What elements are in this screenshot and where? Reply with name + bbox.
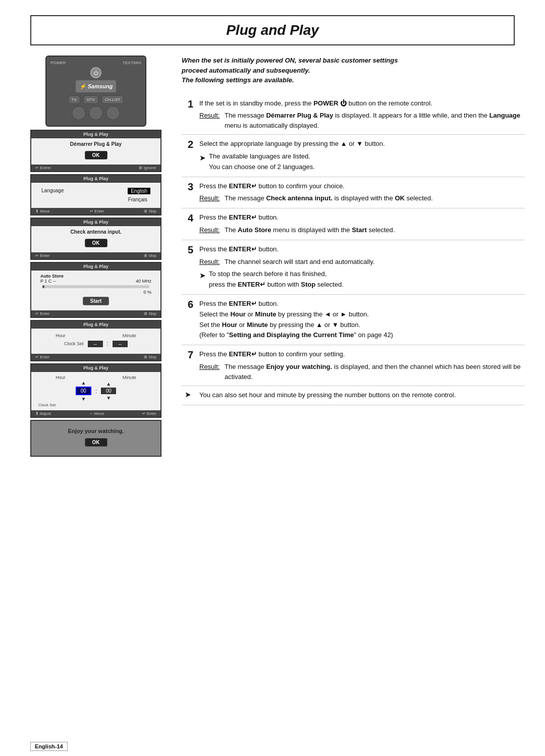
step-num-1: 1 [182,94,196,135]
screen-panel-4: Plug & Play Auto Store P 1 C -- 40 MHz [30,262,161,318]
clock-minute-5: -- [113,341,128,347]
step4-result: Result: The Auto Store menu is displayed… [199,225,522,236]
brand-logo: ⚡ Samsung [76,80,116,92]
screen6-footer-left: ⬆ Adjust [35,411,51,416]
step-content-2: Select the appropriate language by press… [196,135,525,177]
final-note-row: ➤ You can also set hour and minute by pr… [182,386,525,405]
step5-result: Result: The channel search will start an… [199,257,522,267]
step-row-7: 7 Press the ENTER↵ button to confirm you… [182,345,525,386]
screen2-footer-left: ⬆ Move [35,209,50,213]
step-content-5: Press the ENTER↵ button. Result: The cha… [196,240,525,294]
clock6-display-row: ▲ 00 ▼ : ▲ 00 ▼ [76,380,116,402]
progress-bar [42,285,149,288]
step5-arrow-text: To stop the search before it has finishe… [209,269,344,290]
step4-result-text: The Auto Store menu is displayed with th… [225,225,395,236]
tv-button[interactable]: TV [68,95,80,104]
intro-line3: The following settings are available. [182,76,294,84]
step7-result-text: The message Enjoy your watching. is disp… [225,362,522,382]
right-column: When the set is initially powered ON, se… [182,56,525,459]
remote-diagram: POWER TEXT/MIX ⏻ ⚡ Samsung TV DTV CH.LIS… [45,56,146,127]
power-label: POWER [50,61,66,65]
dtv-button[interactable]: DTV [83,95,98,104]
screen7-ok-btn[interactable]: OK [85,438,107,447]
screen6-footer-right: ↵ Enter [142,411,156,416]
screen-header-5: Plug & Play [31,321,160,329]
screen-body-1: Démarrer Plug & Play OK [31,138,160,165]
clock6-clock-label: Clock Set [36,403,56,407]
screen1-ok-btn[interactable]: OK [85,151,107,159]
screen-body-5: Hour Minute Clock Set -- : -- [31,329,160,354]
screen4-footer-right: ⊞ Skip [144,311,156,316]
left-column: POWER TEXT/MIX ⏻ ⚡ Samsung TV DTV CH.LIS… [20,56,172,459]
intro-line2: proceed automatically and subsequently. [182,67,310,74]
step4-result-label: Result: [199,225,222,236]
screen2-footer: ⬆ Move ↵ Enter ⊞ Skip [31,208,160,214]
step1-result-label: Result: [199,111,222,130]
textmix-label: TEXT/MIX [123,61,141,65]
step-num-3: 3 [182,177,196,208]
step6-instruction: Press the ENTER↵ button. Select the Hour… [199,299,522,341]
screen2-footer-mid: ↵ Enter [90,209,104,213]
clock6-minute: 00 [101,388,116,394]
step-num-6: 6 [182,295,196,345]
title-bar: Plug and Play [30,15,515,45]
page: Plug and Play POWER TEXT/MIX ⏻ ⚡ Samsung… [0,0,545,756]
nav-btn-right[interactable] [106,106,120,120]
nav-btn-mid[interactable] [89,106,103,120]
lang-english: English [128,188,150,194]
step1-result-text: The message Démarrer Plug & Play is disp… [225,111,522,130]
step4-instruction: Press the ENTER↵ button. [199,212,522,223]
arrow-icon-2: ➤ [199,152,206,173]
screen-header-4: Plug & Play [31,263,160,271]
step-content-3: Press the ENTER↵ button to confirm your … [196,177,525,208]
screen3-footer-right: ⊞ Skip [144,253,156,258]
step-content-7: Press the ENTER↵ button to confirm your … [196,345,525,386]
step2-instruction: Select the appropriate language by press… [199,139,522,149]
step-row-4: 4 Press the ENTER↵ button. Result: The A… [182,208,525,240]
step-num-5: 5 [182,240,196,294]
screen6-footer-mid: ↔ Move [89,411,104,416]
step5-instruction: Press the ENTER↵ button. [199,244,522,255]
step3-result: Result: The message Check antenna input.… [199,193,522,204]
screen-body-6: Hour Minute ▲ 00 ▼ : ▲ 00 [31,372,160,410]
lang-label: Language [41,188,64,194]
nav-btn-left[interactable] [72,106,86,120]
auto-store-percent-row: 0 % [36,290,155,295]
start-button[interactable]: Start [83,297,110,305]
step1-result: Result: The message Démarrer Plug & Play… [199,111,522,130]
screen3-ok-btn[interactable]: OK [85,239,107,247]
screen5-footer-right: ⊞ Skip [144,355,156,359]
step2-arrow-text: The available languages are listed.You c… [209,151,315,173]
step5-result-text: The channel search will start and end au… [225,257,374,267]
clock-hour-5: -- [88,341,103,347]
language-row: Language English [36,187,155,195]
step1-instruction: If the set is in standby mode, press the… [199,98,522,109]
screen3-footer-left: ↵ Enter [35,253,49,258]
step-row-6: 6 Press the ENTER↵ button. Select the Ho… [182,295,525,345]
final-note-text: You can also set hour and minute by pres… [199,391,456,399]
screen1-footer-right: ⊞ Ignorer [139,166,156,170]
step-content-4: Press the ENTER↵ button. Result: The Aut… [196,208,525,240]
final-note-content: You can also set hour and minute by pres… [196,386,525,405]
auto-mhz: 40 MHz [136,279,151,284]
arrow-icon-5: ➤ [199,269,206,290]
lang-french: Français [125,196,150,203]
screen2-footer-right: ⊞ Skip [144,209,156,213]
auto-store-info-row: P 1 C -- 40 MHz [36,279,155,284]
final-note-arrow-cell: ➤ [182,386,196,405]
clock-col-hour: Hour [56,333,66,338]
screen-header-3: Plug & Play [31,219,160,226]
power-button-icon: ⏻ [90,67,101,78]
step-content-1: If the set is in standby mode, press the… [196,94,525,135]
chlist-button[interactable]: CH.LIST [101,95,124,104]
screen-body-7: Enjoy your watching. OK [31,421,160,456]
step-row-5: 5 Press the ENTER↵ button. Result: The c… [182,240,525,294]
screen4-footer-left: ↵ Enter [35,311,49,316]
enjoy-text: Enjoy your watching. [68,428,124,434]
step-content-6: Press the ENTER↵ button. Select the Hour… [196,295,525,345]
screen-header-1: Plug & Play [31,131,160,138]
screen4-footer: ↵ Enter ⊞ Skip [31,310,160,317]
screen-panel-2: Plug & Play Language English Français ⬆ … [30,174,161,215]
screen-body-2: Language English Français [31,183,160,208]
step3-result-text: The message Check antenna input. is disp… [225,193,433,204]
